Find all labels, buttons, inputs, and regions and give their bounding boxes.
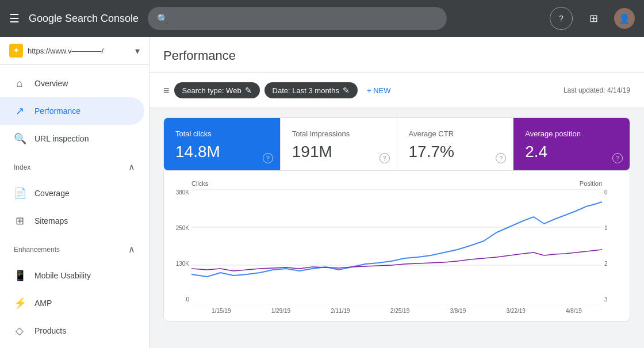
url-inspection-icon: 🔍 — [14, 132, 25, 145]
y-right-label-3: 3 — [604, 296, 618, 303]
index-section-header: Index ∧ — [0, 157, 149, 175]
products-icon: ◇ — [14, 324, 25, 337]
position-label: Position — [580, 180, 602, 187]
total-impressions-help[interactable]: ? — [379, 153, 390, 163]
average-ctr-label: Average CTR — [409, 129, 502, 138]
mobile-icon: 📱 — [14, 269, 25, 282]
chart-svg — [191, 189, 602, 304]
search-bar[interactable]: 🔍 — [148, 7, 447, 30]
property-url: https://www.v————/ — [28, 47, 131, 55]
date-edit-icon: ✎ — [343, 86, 350, 95]
page-header: Performance — [150, 37, 644, 73]
sidebar-item-url-label: URL inspection — [34, 134, 89, 143]
sidebar-item-mobile-usability[interactable]: 📱 Mobile Usability — [0, 262, 144, 289]
sidebar-item-sitemaps[interactable]: ⊞ Sitemaps — [0, 207, 144, 235]
average-position-help[interactable]: ? — [612, 153, 623, 163]
performance-icon: ↗ — [14, 105, 25, 117]
enhancements-nav: 📱 Mobile Usability ⚡ AMP ◇ Products — [0, 257, 149, 348]
average-ctr-help[interactable]: ? — [496, 153, 506, 163]
metric-average-position[interactable]: Average position 2.4 ? — [513, 118, 630, 170]
date-filter[interactable]: Date: Last 3 months ✎ — [264, 82, 358, 98]
y-right-label-0: 0 — [604, 189, 618, 196]
x-label-4: 3/8/19 — [450, 308, 466, 314]
sidebar-item-mobile-label: Mobile Usability — [34, 271, 91, 280]
sidebar-item-sitemaps-label: Sitemaps — [34, 216, 68, 225]
metric-total-impressions[interactable]: Total impressions 191M ? — [281, 118, 397, 170]
x-label-6: 4/8/19 — [566, 308, 582, 314]
sidebar-item-performance-label: Performance — [34, 106, 80, 116]
chart-container: Clicks Position 380K 250K 130K 0 0 1 2 3 — [163, 171, 630, 322]
amp-icon: ⚡ — [14, 297, 25, 309]
new-filter-button[interactable]: + NEW — [362, 83, 396, 98]
x-label-5: 3/22/19 — [506, 308, 525, 314]
sidebar-item-overview[interactable]: ⌂ Overview — [0, 70, 144, 97]
average-ctr-value: 17.7% — [409, 143, 502, 161]
layout: ✦ https://www.v————/ ▾ ⌂ Overview ↗ Perf… — [0, 37, 644, 348]
sidebar-item-products-label: Products — [34, 326, 66, 335]
search-type-edit-icon: ✎ — [245, 86, 252, 95]
enhancements-section-label: Enhancements — [14, 246, 60, 254]
page-title: Performance — [163, 48, 630, 63]
y-left-label-3: 0 — [166, 296, 189, 303]
header-icons: ? ⊞ 👤 — [550, 7, 635, 30]
average-position-value: 2.4 — [525, 143, 618, 161]
x-label-0: 1/15/19 — [212, 308, 231, 314]
menu-icon[interactable]: ☰ — [9, 12, 20, 25]
index-nav: 📄 Coverage ⊞ Sitemaps — [0, 175, 149, 239]
home-icon: ⌂ — [14, 78, 25, 90]
sidebar-item-amp-label: AMP — [34, 299, 52, 308]
app-title: Google Search Console — [29, 13, 139, 25]
collapse-index-icon[interactable]: ∧ — [128, 162, 135, 173]
sidebar-item-products[interactable]: ◇ Products — [0, 317, 144, 345]
coverage-icon: 📄 — [14, 187, 25, 200]
apps-button[interactable]: ⊞ — [582, 7, 605, 30]
sidebar-item-performance[interactable]: ↗ Performance — [0, 97, 144, 125]
y-left-label-0: 380K — [166, 189, 189, 196]
sidebar-item-overview-label: Overview — [34, 79, 68, 88]
search-type-filter[interactable]: Search type: Web ✎ — [174, 82, 260, 98]
date-label: Date: Last 3 months — [273, 86, 339, 95]
sidebar-item-coverage-label: Coverage — [34, 189, 70, 198]
metrics-row: Total clicks 14.8M ? Total impressions 1… — [163, 117, 630, 171]
search-icon: 🔍 — [157, 13, 168, 24]
total-clicks-value: 14.8M — [175, 143, 269, 161]
property-selector[interactable]: ✦ https://www.v————/ ▾ — [0, 37, 149, 65]
index-section-label: Index — [14, 163, 30, 171]
total-impressions-label: Total impressions — [292, 129, 385, 138]
x-label-3: 2/25/19 — [390, 308, 409, 314]
clicks-label: Clicks — [191, 180, 208, 187]
filter-icon[interactable]: ≡ — [163, 85, 170, 97]
y-right-label-2: 2 — [604, 261, 618, 267]
filters-row: ≡ Search type: Web ✎ Date: Last 3 months… — [150, 73, 644, 108]
x-label-2: 2/11/19 — [331, 308, 350, 314]
collapse-enhancements-icon[interactable]: ∧ — [128, 244, 135, 255]
total-clicks-label: Total clicks — [175, 129, 269, 138]
total-impressions-value: 191M — [292, 143, 385, 161]
y-left-label-1: 250K — [166, 225, 189, 231]
x-axis-labels: 1/15/19 1/29/19 2/11/19 2/25/19 3/8/19 3… — [191, 304, 602, 314]
y-left-label-2: 130K — [166, 261, 189, 267]
metric-average-ctr[interactable]: Average CTR 17.7% ? — [397, 118, 514, 170]
new-filter-label: + NEW — [367, 86, 391, 95]
x-label-1: 1/29/19 — [271, 308, 290, 314]
search-type-label: Search type: Web — [182, 86, 241, 95]
main-content: Performance ≡ Search type: Web ✎ Date: L… — [150, 37, 644, 348]
sidebar-item-amp[interactable]: ⚡ AMP — [0, 289, 144, 317]
enhancements-section-header: Enhancements ∧ — [0, 239, 149, 257]
property-icon: ✦ — [9, 44, 23, 58]
metric-total-clicks[interactable]: Total clicks 14.8M ? — [164, 118, 281, 170]
top-header: ☰ Google Search Console 🔍 ? ⊞ 👤 — [0, 0, 644, 37]
main-nav: ⌂ Overview ↗ Performance 🔍 URL inspectio… — [0, 65, 149, 157]
avatar[interactable]: 👤 — [614, 8, 635, 29]
url-search-input[interactable] — [173, 14, 438, 23]
help-button[interactable]: ? — [550, 7, 573, 30]
total-clicks-help[interactable]: ? — [263, 153, 273, 163]
chevron-down-icon: ▾ — [135, 45, 140, 56]
last-updated: Last updated: 4/14/19 — [564, 86, 630, 94]
y-right-label-1: 1 — [604, 225, 618, 231]
average-position-label: Average position — [525, 129, 618, 138]
sitemaps-icon: ⊞ — [14, 215, 25, 227]
sidebar-item-coverage[interactable]: 📄 Coverage — [0, 179, 144, 207]
sidebar: ✦ https://www.v————/ ▾ ⌂ Overview ↗ Perf… — [0, 37, 150, 348]
sidebar-item-url-inspection[interactable]: 🔍 URL inspection — [0, 125, 144, 152]
